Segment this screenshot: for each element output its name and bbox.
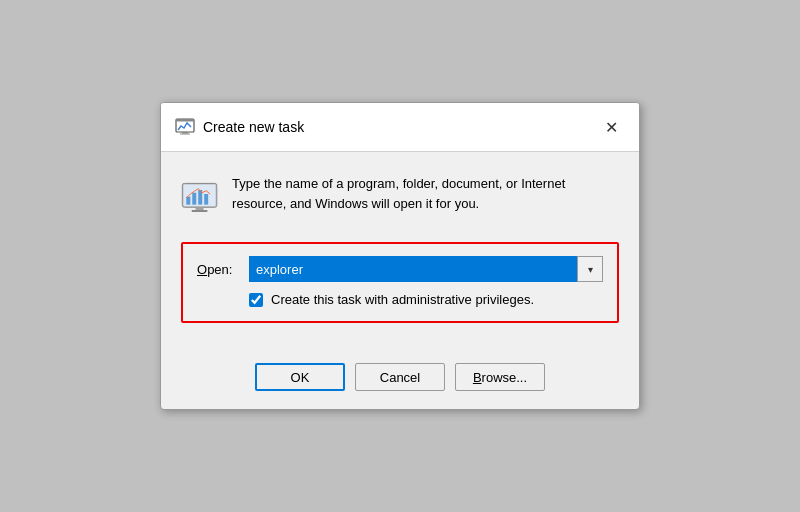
- dropdown-arrow-button[interactable]: ▾: [577, 256, 603, 282]
- create-new-task-dialog: Create new task ✕ Type th: [160, 102, 640, 410]
- dialog-title-icon: [175, 117, 195, 137]
- dialog-title: Create new task: [203, 119, 304, 135]
- open-label: Open:: [197, 262, 239, 277]
- open-input-wrapper: ▾: [249, 256, 603, 282]
- input-section: Open: ▾ Create this task with administra…: [181, 242, 619, 323]
- chevron-down-icon: ▾: [588, 264, 593, 275]
- title-bar-left: Create new task: [175, 117, 304, 137]
- open-row: Open: ▾: [197, 256, 603, 282]
- svg-rect-10: [196, 207, 204, 210]
- cancel-button[interactable]: Cancel: [355, 363, 445, 391]
- button-row: OK Cancel Browse...: [161, 355, 639, 409]
- checkbox-row: Create this task with administrative pri…: [197, 292, 603, 307]
- svg-rect-11: [192, 210, 208, 212]
- browse-button[interactable]: Browse...: [455, 363, 545, 391]
- admin-privileges-checkbox[interactable]: [249, 293, 263, 307]
- svg-rect-2: [182, 132, 188, 134]
- svg-rect-9: [204, 194, 208, 205]
- info-section: Type the name of a program, folder, docu…: [181, 170, 619, 226]
- task-manager-icon: [181, 170, 218, 226]
- close-button[interactable]: ✕: [597, 113, 625, 141]
- info-description: Type the name of a program, folder, docu…: [232, 170, 619, 213]
- svg-rect-3: [180, 134, 190, 135]
- svg-rect-1: [176, 119, 194, 122]
- ok-button[interactable]: OK: [255, 363, 345, 391]
- dialog-body: Type the name of a program, folder, docu…: [161, 152, 639, 355]
- open-input[interactable]: [249, 256, 603, 282]
- admin-privileges-label[interactable]: Create this task with administrative pri…: [271, 292, 534, 307]
- title-bar: Create new task ✕: [161, 103, 639, 152]
- svg-rect-7: [192, 193, 196, 205]
